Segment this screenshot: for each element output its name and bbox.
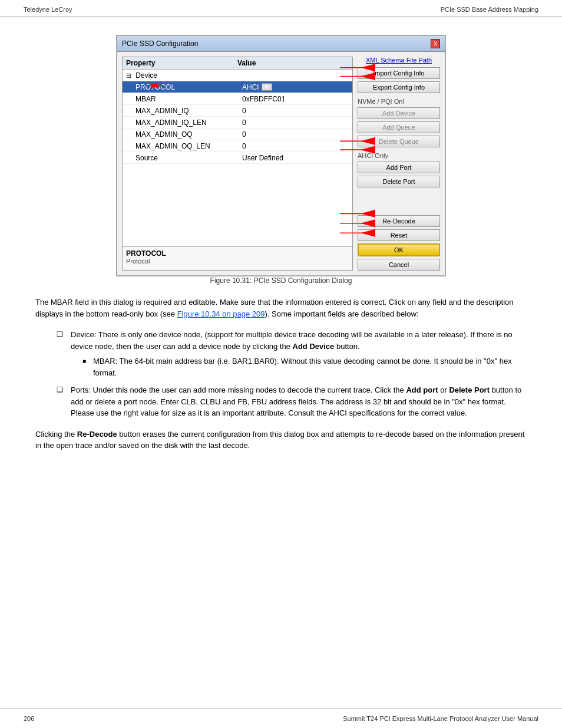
nvme-section-label: NVMe / PQI Onl bbox=[358, 98, 440, 105]
table-row-max-admin-iq[interactable]: MAX_ADMIN_IQ 0 bbox=[123, 105, 352, 117]
re-decode-bold: Re-Decode bbox=[77, 430, 117, 439]
col-value-header: Value bbox=[237, 59, 349, 67]
dialog-body: Property Value ⊟ Device PROTOCOL bbox=[117, 52, 445, 275]
footer-title: Summit T24 PCI Express Multi-Lane Protoc… bbox=[343, 715, 538, 722]
cancel-button[interactable]: Cancel bbox=[358, 259, 440, 271]
col-property-header: Property bbox=[126, 59, 237, 67]
desc-text: Protocol bbox=[126, 258, 349, 265]
add-queue-button[interactable]: Add Queue bbox=[358, 121, 440, 133]
dialog-wrapper: PCIe SSD Configuration X Property Value … bbox=[35, 35, 527, 276]
delete-queue-button[interactable]: Delete Queue bbox=[358, 136, 440, 147]
table-row-max-admin-oq-len[interactable]: MAX_ADMIN_OQ_LEN 0 bbox=[123, 140, 352, 152]
reset-button[interactable]: Reset bbox=[358, 229, 440, 241]
table-row-protocol[interactable]: PROTOCOL AHCI ▼ bbox=[123, 81, 352, 93]
delete-port-button[interactable]: Delete Port bbox=[358, 176, 440, 187]
table-header: Property Value bbox=[123, 57, 352, 70]
delete-port-bold: Delete Port bbox=[449, 386, 490, 394]
add-device-button[interactable]: Add Device bbox=[358, 107, 440, 119]
dialog-table: Property Value ⊟ Device PROTOCOL bbox=[122, 57, 353, 271]
table-row-device[interactable]: ⊟ Device bbox=[123, 70, 352, 81]
sub-bullet-mbar: MBAR: The 64-bit main address bar (i.e. … bbox=[82, 355, 527, 378]
dialog-titlebar: PCIe SSD Configuration X bbox=[117, 36, 445, 52]
footer-page-number: 206 bbox=[24, 715, 34, 722]
sub-bullet-list-device: MBAR: The 64-bit main address bar (i.e. … bbox=[82, 355, 527, 378]
body-paragraph-1: The MBAR field in this dialog is require… bbox=[35, 297, 527, 319]
dropdown-arrow[interactable]: ▼ bbox=[262, 83, 272, 91]
add-port-button[interactable]: Add Port bbox=[358, 162, 440, 173]
table-row-max-admin-iq-len[interactable]: MAX_ADMIN_IQ_LEN 0 bbox=[123, 117, 352, 129]
re-decode-button[interactable]: Re-Decode bbox=[358, 215, 440, 227]
spacer bbox=[358, 190, 440, 213]
bullet-list: Device: There is only one device node, (… bbox=[59, 329, 527, 419]
closing-paragraph: Clicking the Re-Decode button erases the… bbox=[35, 429, 527, 452]
table-row-mbar[interactable]: MBAR 0xFBDFFC01 bbox=[123, 93, 352, 105]
figure-caption: Figure 10.31: PCIe SSD Configuration Dia… bbox=[35, 276, 527, 285]
page-content: PCIe SSD Configuration X Property Value … bbox=[0, 17, 562, 479]
dialog-title: PCIe SSD Configuration bbox=[122, 39, 198, 48]
ok-button[interactable]: OK bbox=[358, 243, 440, 256]
table-row-source[interactable]: Source User Defined bbox=[123, 152, 352, 164]
add-device-bold: Add Device bbox=[293, 342, 335, 351]
bullet-device: Device: There is only one device node, (… bbox=[59, 329, 527, 378]
description-box: PROTOCOL Protocol bbox=[123, 246, 352, 270]
bullet-ports: Ports: Under this node the user can add … bbox=[59, 384, 527, 419]
dialog-right-panel: XML Schema File Path Import Config Info … bbox=[358, 57, 440, 271]
import-config-button[interactable]: Import Config Info bbox=[358, 67, 440, 79]
figure-link[interactable]: Figure 10.34 on page 209 bbox=[177, 309, 265, 318]
page-header: Teledyne LeCroy PCIe SSD Base Address Ma… bbox=[0, 0, 562, 17]
collapse-icon: ⊟ bbox=[126, 72, 131, 79]
page-footer: 206 Summit T24 PCI Express Multi-Lane Pr… bbox=[0, 709, 562, 728]
header-right: PCIe SSD Base Address Mapping bbox=[441, 6, 538, 13]
dialog-close-button[interactable]: X bbox=[431, 39, 440, 48]
xml-schema-link[interactable]: XML Schema File Path bbox=[358, 57, 440, 64]
dialog-box: PCIe SSD Configuration X Property Value … bbox=[116, 35, 446, 276]
ahci-section-label: AHCI Only bbox=[358, 152, 440, 159]
table-empty-area bbox=[123, 164, 352, 246]
desc-label: PROTOCOL bbox=[126, 249, 349, 258]
header-left: Teledyne LeCroy bbox=[24, 6, 72, 13]
table-row-max-admin-oq[interactable]: MAX_ADMIN_OQ 0 bbox=[123, 129, 352, 140]
add-port-bold: Add port bbox=[406, 386, 438, 394]
export-config-button[interactable]: Export Config Info bbox=[358, 81, 440, 93]
